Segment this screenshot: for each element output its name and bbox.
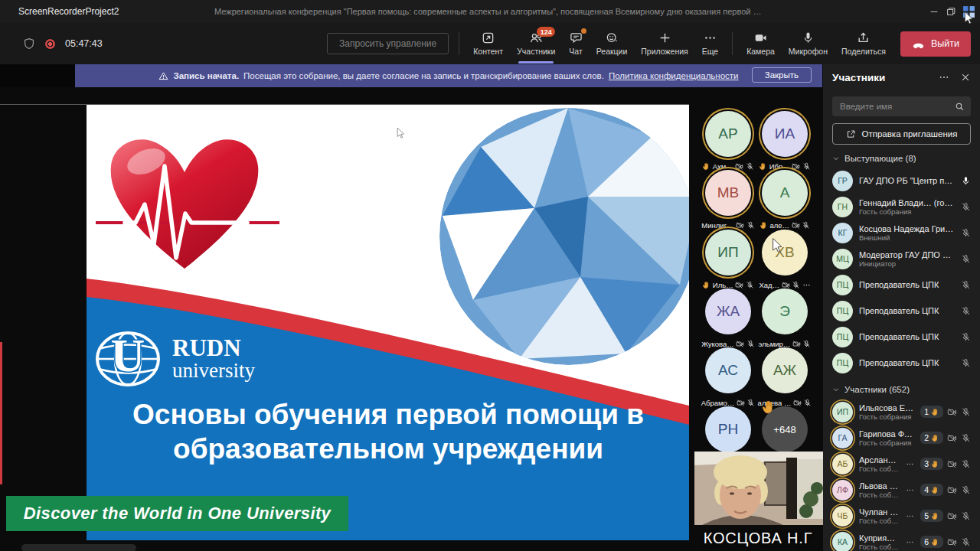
mic-icon [802,31,815,44]
avatar: ГН [832,197,853,217]
slide-footer-text: Discover the World in One University [24,504,332,523]
participant-search[interactable] [832,96,971,116]
camera-off-icon[interactable] [947,407,957,417]
attendee-row[interactable]: ГА Гарипова Флари… Гость собрания 2 [823,425,980,451]
more-options-icon[interactable] [906,460,914,468]
mic-off-icon[interactable] [961,228,971,238]
mic-off-icon[interactable] [961,332,971,342]
leave-button[interactable]: Выйти [900,31,971,57]
camera-off-icon[interactable] [947,459,957,469]
avatar: А [762,170,808,216]
gallery-overflow-tile[interactable]: +648 [756,406,813,452]
panel-more-icon[interactable] [939,72,949,83]
gallery-participant-tile[interactable]: ЖАЖукова… [700,289,756,348]
attendee-row[interactable]: ЛФ Львова Лариса … Гость собрания 4 [823,477,980,503]
mic-on-icon[interactable] [961,176,971,186]
banner-message: Посещая это собрание, вы даете согласие … [243,71,604,80]
speaker-row[interactable]: ПЦ Преподаватель ЦПК [823,324,980,350]
mic-off-icon[interactable] [961,358,971,368]
speaker-row[interactable]: КГ Косцова Надежда Григорьевна Внешний [823,220,980,246]
mic-off-icon[interactable] [961,485,971,495]
more-options-icon[interactable] [906,512,914,520]
tab-participants[interactable]: 124 Участники [510,23,562,64]
camera-off-icon[interactable] [947,511,957,521]
participant-role: Гость собрания [859,517,900,525]
banner-close-button[interactable]: Закрыть [752,67,812,83]
gallery-participant-tile[interactable]: ХВХад… [756,230,813,289]
participant-role: Гость собрания [859,412,914,421]
attendee-row[interactable]: ЧБ Чулпан Фаниро… Гость собрания 5 [823,503,980,529]
device-label: Камера [746,47,775,56]
gallery-participant-tile[interactable]: ИАИбр… [756,111,813,171]
microphone-button[interactable]: Микрофон [782,23,835,64]
tab-apps[interactable]: Приложения [634,23,694,64]
gallery-participant-tile[interactable]: АРАхм… [700,111,756,171]
mic-off-icon[interactable] [961,306,971,316]
mic-off-icon[interactable] [961,280,971,290]
hand-order: 1 [924,407,929,416]
attendee-row[interactable]: АБ Арсланова Окса… Гость собрания 3 [823,451,980,477]
mic-off-icon[interactable] [961,511,971,521]
camera-off-icon[interactable] [947,433,957,443]
search-icon[interactable] [955,102,965,112]
tab-chat[interactable]: Чат [562,23,589,64]
device-label: Микрофон [789,47,828,56]
speaker-row[interactable]: МЦ Модератор ГАУ ДПО РБ ЦПК Инициатор [823,246,980,272]
more-options-icon[interactable] [906,538,914,546]
camera-button[interactable]: Камера [740,23,782,64]
speakers-section-header[interactable]: Выступающие (8) [823,145,980,168]
restore-icon[interactable] [946,6,956,17]
attendees-section-header[interactable]: Участники (652) [823,376,980,399]
meeting-timer: 05:47:43 [65,38,103,49]
divider [459,32,459,55]
share-button[interactable]: Поделиться [835,23,893,64]
gallery-participant-tile[interactable]: Аале… [756,170,813,230]
avatar: ИП [832,402,853,422]
gallery-participant-tile[interactable]: МВМинлиг… [700,170,756,230]
gallery-participant-tile[interactable]: РН [700,406,756,452]
minimize-icon[interactable] [929,6,939,17]
participant-name: але… [769,221,789,230]
participant-role: Инициатор [859,259,955,268]
avatar: ГР [832,171,853,191]
raised-hand-icon [761,399,776,418]
speaker-row[interactable]: ГР ГАУ ДПО РБ "Центр повышени… [823,168,980,194]
speaker-row[interactable]: ПЦ Преподаватель ЦПК [823,350,980,376]
recorder-control-pill [21,544,136,551]
more-icon [704,31,717,44]
mic-off-icon[interactable] [961,433,971,443]
request-control-button[interactable]: Запросить управление [327,33,449,54]
rudn-logo: U RUDN university [97,329,255,385]
speaker-row[interactable]: ПЦ Преподаватель ЦПК [823,298,980,324]
privacy-policy-link[interactable]: Политика конфиденциальности [609,71,739,80]
camera-off-icon[interactable] [947,537,957,547]
tab-label: Чат [569,47,582,56]
participant-name: Арсланова Окса… [859,455,900,465]
gallery-participant-tile[interactable]: АЖалиева … [756,347,813,407]
webcam-tile[interactable] [694,452,823,525]
speaker-row[interactable]: ПЦ Преподаватель ЦПК [823,272,980,298]
mic-off-icon[interactable] [961,407,971,417]
tab-more[interactable]: Еще [695,23,725,64]
mic-off-icon[interactable] [961,537,971,547]
gallery-participant-tile[interactable]: ИПИль… [700,230,756,289]
speaker-row[interactable]: ГН Геннадий Влади… (гость) Гость собрани… [823,194,980,220]
more-options-icon[interactable] [906,486,914,494]
gallery-participant-tile[interactable]: АСАбрамо… [700,347,756,407]
tab-content[interactable]: Контент [466,23,510,64]
mic-off-icon[interactable] [961,202,971,212]
attendee-row[interactable]: КА Куприянова Лар… Гость собрания 6 [823,529,980,551]
plus-icon [658,31,671,44]
mic-off-icon[interactable] [961,254,971,264]
camera-off-icon[interactable] [947,485,957,495]
participant-gallery: АРАхм…ИАИбр…МВМинлиг…Аале…ИПИль…ХВХад…ЖА… [693,87,823,551]
attendee-row[interactable]: ИП Ильясова Екатер… Гость собрания 1 [823,399,980,425]
tab-reactions[interactable]: Реакции [590,23,635,64]
send-invite-button[interactable]: Отправка приглашения [832,123,971,145]
participant-role: Гость собрания [859,491,900,499]
search-input[interactable] [838,101,950,112]
gallery-participant-tile[interactable]: Ээльмир… [756,289,813,348]
avatar: ХВ [762,230,808,276]
mic-off-icon[interactable] [961,459,971,469]
panel-close-icon[interactable] [960,72,971,83]
